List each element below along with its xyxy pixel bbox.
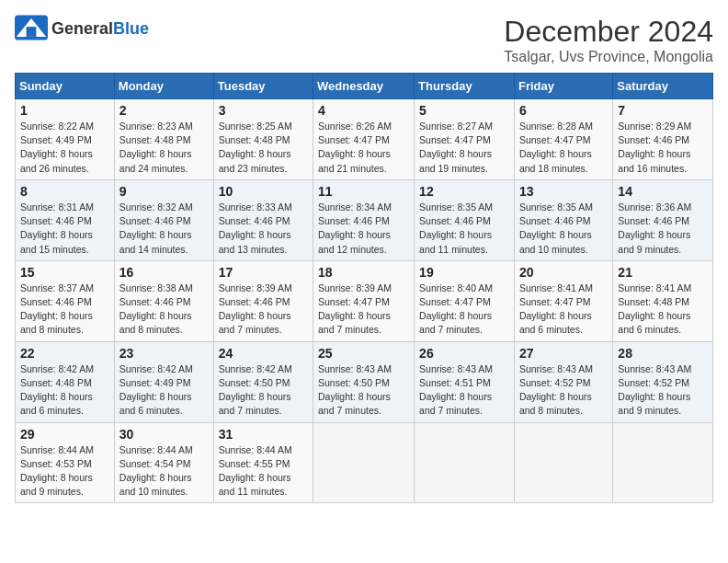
calendar-cell: 25 Sunrise: 8:43 AMSunset: 4:50 PMDaylig… (313, 341, 415, 422)
day-number: 15 (20, 265, 109, 280)
day-number: 27 (519, 346, 608, 361)
calendar-week-row: 22 Sunrise: 8:42 AMSunset: 4:48 PMDaylig… (16, 341, 713, 422)
day-number: 24 (219, 346, 308, 361)
weekday-header-tuesday: Tuesday (213, 74, 313, 99)
day-detail: Sunrise: 8:41 AMSunset: 4:48 PMDaylight:… (618, 282, 691, 336)
calendar-cell: 31 Sunrise: 8:44 AMSunset: 4:55 PMDaylig… (213, 422, 313, 503)
day-detail: Sunrise: 8:43 AMSunset: 4:52 PMDaylight:… (519, 363, 593, 417)
day-detail: Sunrise: 8:42 AMSunset: 4:48 PMDaylight:… (20, 363, 94, 417)
day-number: 2 (119, 103, 209, 118)
calendar-cell: 13 Sunrise: 8:35 AMSunset: 4:46 PMDaylig… (514, 179, 612, 260)
day-detail: Sunrise: 8:41 AMSunset: 4:47 PMDaylight:… (519, 282, 593, 336)
day-detail: Sunrise: 8:43 AMSunset: 4:51 PMDaylight:… (419, 363, 493, 417)
calendar-cell: 23 Sunrise: 8:42 AMSunset: 4:49 PMDaylig… (114, 341, 213, 422)
calendar-week-row: 8 Sunrise: 8:31 AMSunset: 4:46 PMDayligh… (16, 179, 713, 260)
day-detail: Sunrise: 8:37 AMSunset: 4:46 PMDaylight:… (20, 282, 94, 336)
logo-general: General (51, 19, 113, 38)
day-number: 14 (618, 184, 708, 199)
day-detail: Sunrise: 8:29 AMSunset: 4:46 PMDaylight:… (618, 121, 691, 174)
calendar-cell: 18 Sunrise: 8:39 AMSunset: 4:47 PMDaylig… (313, 260, 415, 341)
day-detail: Sunrise: 8:38 AMSunset: 4:46 PMDaylight:… (119, 282, 193, 336)
weekday-header-thursday: Thursday (415, 74, 515, 99)
title-area: December 2024 Tsalgar, Uvs Province, Mon… (504, 15, 713, 65)
calendar-cell: 16 Sunrise: 8:38 AMSunset: 4:46 PMDaylig… (114, 260, 213, 341)
day-number: 16 (119, 265, 209, 280)
calendar-cell: 12 Sunrise: 8:35 AMSunset: 4:46 PMDaylig… (415, 179, 515, 260)
day-number: 8 (20, 184, 109, 199)
calendar-cell: 22 Sunrise: 8:42 AMSunset: 4:48 PMDaylig… (16, 341, 115, 422)
day-number: 29 (20, 427, 109, 442)
calendar-cell: 17 Sunrise: 8:39 AMSunset: 4:46 PMDaylig… (213, 260, 313, 341)
calendar-cell: 5 Sunrise: 8:27 AMSunset: 4:47 PMDayligh… (415, 99, 515, 180)
day-detail: Sunrise: 8:33 AMSunset: 4:46 PMDaylight:… (219, 201, 292, 255)
calendar-cell: 4 Sunrise: 8:26 AMSunset: 4:47 PMDayligh… (313, 99, 415, 180)
calendar-cell: 20 Sunrise: 8:41 AMSunset: 4:47 PMDaylig… (514, 260, 612, 341)
day-number: 9 (119, 184, 209, 199)
weekday-header-row: SundayMondayTuesdayWednesdayThursdayFrid… (16, 74, 713, 99)
day-detail: Sunrise: 8:40 AMSunset: 4:47 PMDaylight:… (419, 282, 493, 336)
day-detail: Sunrise: 8:26 AMSunset: 4:47 PMDaylight:… (318, 121, 392, 174)
day-detail: Sunrise: 8:39 AMSunset: 4:47 PMDaylight:… (318, 282, 392, 336)
day-number: 20 (519, 265, 608, 280)
weekday-header-friday: Friday (514, 74, 612, 99)
day-number: 31 (219, 427, 308, 442)
day-number: 6 (519, 103, 608, 118)
calendar-week-row: 29 Sunrise: 8:44 AMSunset: 4:53 PMDaylig… (16, 422, 713, 503)
day-detail: Sunrise: 8:44 AMSunset: 4:54 PMDaylight:… (119, 444, 193, 498)
day-detail: Sunrise: 8:32 AMSunset: 4:46 PMDaylight:… (119, 201, 193, 255)
day-detail: Sunrise: 8:27 AMSunset: 4:47 PMDaylight:… (419, 121, 493, 174)
day-detail: Sunrise: 8:22 AMSunset: 4:49 PMDaylight:… (20, 121, 94, 174)
day-number: 12 (419, 184, 509, 199)
day-detail: Sunrise: 8:42 AMSunset: 4:50 PMDaylight:… (219, 363, 292, 417)
day-number: 1 (20, 103, 109, 118)
header: GeneralBlue December 2024 Tsalgar, Uvs P… (15, 15, 713, 65)
calendar-cell (514, 422, 612, 503)
subtitle: Tsalgar, Uvs Province, Mongolia (504, 49, 713, 65)
calendar-week-row: 1 Sunrise: 8:22 AMSunset: 4:49 PMDayligh… (16, 99, 713, 180)
logo-blue: Blue (113, 19, 149, 38)
day-number: 22 (20, 346, 109, 361)
day-number: 13 (519, 184, 608, 199)
calendar-cell: 27 Sunrise: 8:43 AMSunset: 4:52 PMDaylig… (514, 341, 612, 422)
day-number: 11 (318, 184, 409, 199)
calendar-cell: 15 Sunrise: 8:37 AMSunset: 4:46 PMDaylig… (16, 260, 115, 341)
day-detail: Sunrise: 8:25 AMSunset: 4:48 PMDaylight:… (219, 121, 292, 174)
day-detail: Sunrise: 8:42 AMSunset: 4:49 PMDaylight:… (119, 363, 193, 417)
calendar-cell: 7 Sunrise: 8:29 AMSunset: 4:46 PMDayligh… (613, 99, 713, 180)
calendar-week-row: 15 Sunrise: 8:37 AMSunset: 4:46 PMDaylig… (16, 260, 713, 341)
calendar-cell: 28 Sunrise: 8:43 AMSunset: 4:52 PMDaylig… (613, 341, 713, 422)
day-number: 30 (119, 427, 209, 442)
main-title: December 2024 (504, 15, 713, 49)
calendar-cell: 21 Sunrise: 8:41 AMSunset: 4:48 PMDaylig… (613, 260, 713, 341)
day-detail: Sunrise: 8:36 AMSunset: 4:46 PMDaylight:… (618, 201, 691, 255)
calendar-cell: 29 Sunrise: 8:44 AMSunset: 4:53 PMDaylig… (16, 422, 115, 503)
day-number: 18 (318, 265, 409, 280)
calendar-cell: 8 Sunrise: 8:31 AMSunset: 4:46 PMDayligh… (16, 179, 115, 260)
day-number: 7 (618, 103, 708, 118)
weekday-header-sunday: Sunday (16, 74, 115, 99)
calendar-cell: 24 Sunrise: 8:42 AMSunset: 4:50 PMDaylig… (213, 341, 313, 422)
calendar-cell: 14 Sunrise: 8:36 AMSunset: 4:46 PMDaylig… (613, 179, 713, 260)
calendar-table: SundayMondayTuesdayWednesdayThursdayFrid… (15, 73, 713, 503)
calendar-cell (313, 422, 415, 503)
calendar-cell (415, 422, 515, 503)
day-number: 25 (318, 346, 409, 361)
calendar-cell: 3 Sunrise: 8:25 AMSunset: 4:48 PMDayligh… (213, 99, 313, 180)
svg-rect-2 (27, 27, 37, 37)
day-number: 26 (419, 346, 509, 361)
day-detail: Sunrise: 8:35 AMSunset: 4:46 PMDaylight:… (419, 201, 493, 255)
day-detail: Sunrise: 8:34 AMSunset: 4:46 PMDaylight:… (318, 201, 392, 255)
day-number: 10 (219, 184, 308, 199)
calendar-cell: 6 Sunrise: 8:28 AMSunset: 4:47 PMDayligh… (514, 99, 612, 180)
day-detail: Sunrise: 8:39 AMSunset: 4:46 PMDaylight:… (219, 282, 292, 336)
day-number: 3 (219, 103, 308, 118)
logo: GeneralBlue (15, 15, 149, 42)
calendar-cell: 2 Sunrise: 8:23 AMSunset: 4:48 PMDayligh… (114, 99, 213, 180)
day-detail: Sunrise: 8:44 AMSunset: 4:53 PMDaylight:… (20, 444, 94, 498)
logo-icon (15, 15, 48, 40)
day-detail: Sunrise: 8:23 AMSunset: 4:48 PMDaylight:… (119, 121, 193, 174)
calendar-cell: 10 Sunrise: 8:33 AMSunset: 4:46 PMDaylig… (213, 179, 313, 260)
calendar-body: 1 Sunrise: 8:22 AMSunset: 4:49 PMDayligh… (16, 99, 713, 503)
calendar-cell: 11 Sunrise: 8:34 AMSunset: 4:46 PMDaylig… (313, 179, 415, 260)
day-detail: Sunrise: 8:43 AMSunset: 4:52 PMDaylight:… (618, 363, 691, 417)
